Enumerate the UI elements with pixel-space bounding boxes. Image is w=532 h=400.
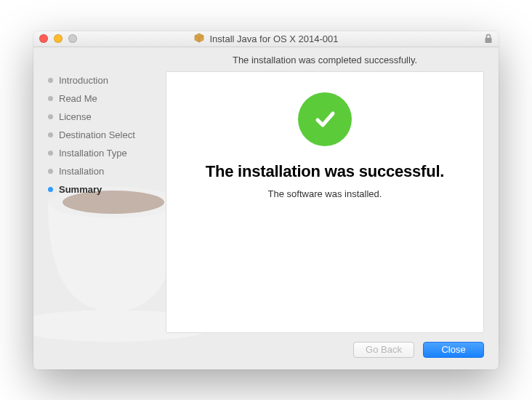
title-area: Install Java for OS X 2014-001 [33, 32, 499, 46]
step-label: Installation Type [59, 148, 127, 159]
result-panel: The installation was successful. The sof… [166, 71, 484, 333]
svg-rect-0 [485, 38, 492, 43]
step-label: Summary [59, 184, 102, 195]
step-label: Destination Select [59, 129, 135, 140]
step-dot-icon [48, 96, 53, 101]
step-read-me: Read Me [48, 93, 157, 104]
step-license: License [48, 111, 157, 122]
panel-subtitle: The installation was completed successfu… [166, 55, 484, 65]
main-column: The installation was completed successfu… [166, 55, 484, 333]
lock-icon [484, 33, 493, 44]
step-dot-icon [48, 132, 53, 137]
step-label: Introduction [59, 75, 108, 86]
step-introduction: Introduction [48, 75, 157, 86]
content-row: Introduction Read Me License Destination… [33, 47, 499, 333]
step-dot-icon [48, 78, 53, 83]
result-headline: The installation was successful. [206, 162, 445, 181]
footer: Go Back Close [33, 333, 499, 369]
step-dot-icon [48, 114, 53, 119]
step-dot-icon [48, 169, 53, 174]
installer-window: Install Java for OS X 2014-001 Introduct… [33, 31, 499, 369]
titlebar: Install Java for OS X 2014-001 [33, 31, 499, 47]
step-installation: Installation [48, 166, 157, 177]
window-controls [39, 34, 77, 43]
go-back-button: Go Back [353, 342, 414, 358]
close-window-button[interactable] [39, 34, 48, 43]
step-label: Installation [59, 166, 104, 177]
close-button[interactable]: Close [423, 342, 484, 358]
step-summary: Summary [48, 184, 157, 195]
step-label: Read Me [59, 93, 97, 104]
maximize-window-button [68, 34, 77, 43]
window-title: Install Java for OS X 2014-001 [209, 33, 338, 44]
step-destination-select: Destination Select [48, 129, 157, 140]
success-checkmark-icon [298, 92, 352, 146]
result-subline: The software was installed. [268, 188, 382, 199]
step-dot-icon [48, 151, 53, 156]
step-installation-type: Installation Type [48, 148, 157, 159]
minimize-window-button[interactable] [54, 34, 63, 43]
step-label: License [59, 111, 92, 122]
package-icon [193, 32, 205, 46]
step-dot-icon [48, 187, 53, 192]
body: Introduction Read Me License Destination… [33, 47, 499, 369]
steps-sidebar: Introduction Read Me License Destination… [48, 55, 157, 333]
